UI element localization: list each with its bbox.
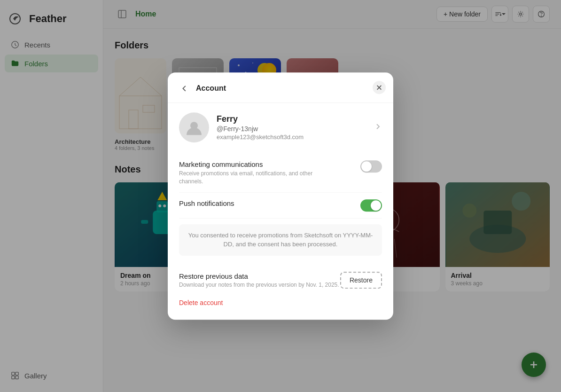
modal-body: Ferry @Ferry-13njw example123@sketchsoft… — [168, 103, 393, 320]
user-email: example123@sketchsoft3d.com — [217, 133, 367, 141]
marketing-desc: Receive promotions via email, notificati… — [179, 170, 329, 186]
user-avatar — [179, 112, 209, 142]
consent-text: You consented to receive promotions from… — [187, 231, 374, 249]
user-chevron-icon — [374, 123, 382, 132]
user-profile-section[interactable]: Ferry @Ferry-13njw example123@sketchsoft… — [179, 112, 382, 142]
account-modal: Account Ferry @Ferry-13njw example123@sk… — [168, 72, 393, 320]
push-toggle-row: Push notifications — [179, 193, 382, 219]
marketing-toggle[interactable] — [360, 160, 382, 172]
restore-label: Restore previous data — [179, 272, 339, 280]
delete-account-button[interactable]: Delete account — [179, 295, 223, 310]
user-info: Ferry @Ferry-13njw example123@sketchsoft… — [217, 114, 367, 141]
user-name: Ferry — [217, 114, 367, 124]
push-toggle-info: Push notifications — [179, 199, 234, 209]
marketing-label: Marketing communications — [179, 160, 329, 168]
push-toggle[interactable] — [360, 199, 382, 212]
marketing-toggle-info: Marketing communications Receive promoti… — [179, 160, 329, 186]
modal-back-button[interactable] — [177, 81, 192, 96]
modal-header: Account — [168, 72, 393, 103]
user-handle: @Ferry-13njw — [217, 125, 367, 133]
modal-title: Account — [196, 84, 226, 93]
restore-button[interactable]: Restore — [340, 272, 382, 289]
marketing-toggle-knob — [361, 161, 372, 172]
restore-section: Restore previous data Download your note… — [179, 265, 382, 295]
restore-info: Restore previous data Download your note… — [179, 272, 339, 288]
restore-desc: Download your notes from the previous ve… — [179, 282, 339, 288]
push-toggle-knob — [371, 200, 381, 211]
push-label: Push notifications — [179, 199, 234, 207]
modal-close-button[interactable] — [373, 81, 386, 94]
consent-box: You consented to receive promotions from… — [179, 224, 382, 256]
marketing-toggle-row: Marketing communications Receive promoti… — [179, 154, 382, 193]
